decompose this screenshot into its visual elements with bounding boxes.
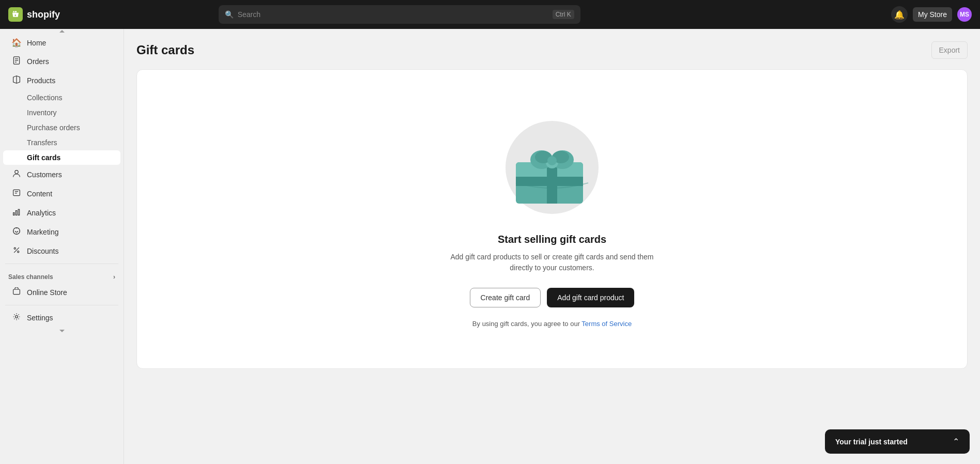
export-button[interactable]: Export xyxy=(931,41,968,59)
sidebar-item-collections-label: Collections xyxy=(27,94,62,102)
trial-banner: Your trial just started ⌃ xyxy=(825,429,970,454)
sidebar-item-products[interactable]: Products xyxy=(3,71,120,90)
sidebar-item-collections[interactable]: Collections xyxy=(3,90,120,105)
sidebar-divider xyxy=(5,264,118,264)
scroll-up-arrow xyxy=(59,30,65,33)
page-title: Gift cards xyxy=(136,43,194,57)
customers-icon xyxy=(11,169,22,180)
svg-point-27 xyxy=(547,156,557,165)
svg-rect-10 xyxy=(16,211,17,215)
gift-card-illustration xyxy=(500,116,604,219)
home-icon: 🏠 xyxy=(11,38,22,48)
store-selector-button[interactable]: My Store xyxy=(913,7,952,22)
svg-point-12 xyxy=(13,228,20,235)
sidebar-item-transfers-label: Transfers xyxy=(27,138,57,147)
discounts-icon xyxy=(11,246,22,256)
shopify-text: shopify xyxy=(27,9,60,20)
notification-button[interactable]: 🔔 xyxy=(891,6,908,23)
sidebar-item-inventory[interactable]: Inventory xyxy=(3,105,120,120)
main-content: Gift cards Export xyxy=(124,29,980,464)
page-header: Gift cards Export xyxy=(136,41,968,59)
card-description: Add gift card products to sell or create… xyxy=(443,252,661,273)
sidebar-item-analytics[interactable]: Analytics xyxy=(3,204,120,222)
sidebar-item-content[interactable]: Content xyxy=(3,184,120,203)
sales-channels-label: Sales channels xyxy=(8,273,53,281)
create-gift-card-button[interactable]: Create gift card xyxy=(470,288,541,307)
sidebar-item-purchase-orders-label: Purchase orders xyxy=(27,123,80,132)
store-name: My Store xyxy=(918,10,947,19)
svg-rect-6 xyxy=(13,190,20,195)
sales-channels-expand-icon[interactable]: › xyxy=(113,273,115,281)
sidebar-item-discounts[interactable]: Discounts xyxy=(3,242,120,260)
tos-link[interactable]: Terms of Service xyxy=(581,320,632,328)
svg-rect-21 xyxy=(516,177,583,186)
search-icon: 🔍 xyxy=(225,10,234,19)
avatar[interactable]: MS xyxy=(957,7,972,22)
add-gift-card-product-button[interactable]: Add gift card product xyxy=(547,288,634,307)
svg-line-15 xyxy=(14,248,19,253)
search-bar[interactable]: 🔍 Ctrl K xyxy=(219,5,580,24)
svg-point-14 xyxy=(18,251,19,253)
sidebar-item-settings-label: Settings xyxy=(27,314,53,322)
sidebar-item-marketing[interactable]: Marketing xyxy=(3,223,120,241)
sidebar-item-settings[interactable]: Settings xyxy=(3,308,120,327)
shopify-bag-icon xyxy=(8,7,23,22)
sidebar-item-customers[interactable]: Customers xyxy=(3,165,120,184)
sidebar-item-inventory-label: Inventory xyxy=(27,109,57,117)
svg-point-17 xyxy=(16,316,18,318)
topnav-right-section: 🔔 My Store MS xyxy=(891,6,972,23)
sidebar-item-home-label: Home xyxy=(27,39,46,47)
sidebar-item-marketing-label: Marketing xyxy=(27,228,58,236)
sidebar-item-analytics-label: Analytics xyxy=(27,209,56,217)
card-tos: By using gift cards, you agree to our Te… xyxy=(472,320,632,328)
top-navigation: shopify 🔍 Ctrl K 🔔 My Store MS xyxy=(0,0,980,29)
svg-rect-9 xyxy=(13,213,14,215)
products-icon xyxy=(11,75,22,86)
sidebar-item-discounts-label: Discounts xyxy=(27,247,58,255)
analytics-icon xyxy=(11,208,22,218)
sidebar-item-content-label: Content xyxy=(27,190,52,198)
svg-point-13 xyxy=(14,248,16,249)
sidebar-item-purchase-orders[interactable]: Purchase orders xyxy=(3,120,120,135)
trial-banner-text: Your trial just started xyxy=(835,438,908,446)
marketing-icon xyxy=(11,227,22,237)
gift-card-svg xyxy=(508,131,596,204)
search-input[interactable] xyxy=(238,10,548,19)
orders-icon xyxy=(11,56,22,67)
scroll-indicator-top xyxy=(0,29,124,33)
scroll-down-indicator xyxy=(0,328,124,334)
sidebar-item-online-store[interactable]: Online Store xyxy=(3,283,120,302)
svg-rect-11 xyxy=(18,209,19,215)
card-heading: Start selling gift cards xyxy=(498,234,606,245)
shopify-logo: shopify xyxy=(8,7,60,22)
sales-channels-section: Sales channels › xyxy=(0,267,124,283)
sidebar-divider-2 xyxy=(5,305,118,305)
card-actions: Create gift card Add gift card product xyxy=(470,288,635,307)
sidebar-item-transfers[interactable]: Transfers xyxy=(3,135,120,150)
trial-banner-close-button[interactable]: ⌃ xyxy=(953,437,959,446)
search-shortcut: Ctrl K xyxy=(553,10,574,19)
content-icon xyxy=(11,189,22,199)
sidebar-item-orders[interactable]: Orders xyxy=(3,52,120,71)
sidebar-item-products-label: Products xyxy=(27,76,55,85)
sidebar-item-gift-cards-label: Gift cards xyxy=(27,153,60,162)
svg-rect-16 xyxy=(13,289,20,295)
svg-point-5 xyxy=(15,171,18,174)
gift-cards-empty-state-card: Start selling gift cards Add gift card p… xyxy=(136,69,968,369)
sidebar-item-home[interactable]: 🏠 Home xyxy=(3,34,120,52)
sidebar-item-customers-label: Customers xyxy=(27,171,62,179)
online-store-icon xyxy=(11,287,22,298)
settings-icon xyxy=(11,313,22,323)
sidebar-item-online-store-label: Online Store xyxy=(27,288,67,297)
sidebar-item-orders-label: Orders xyxy=(27,57,49,66)
sidebar-item-gift-cards[interactable]: Gift cards xyxy=(3,150,120,165)
app-body: 🏠 Home Orders Products Collections Inven… xyxy=(0,29,980,464)
sidebar: 🏠 Home Orders Products Collections Inven… xyxy=(0,29,124,464)
tos-text: By using gift cards, you agree to our xyxy=(472,320,582,328)
